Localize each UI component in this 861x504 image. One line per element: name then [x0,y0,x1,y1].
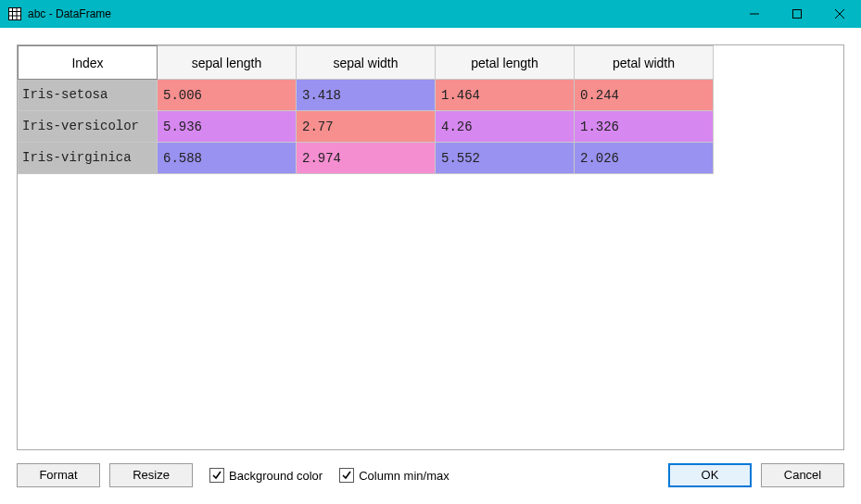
column-header[interactable]: sepal width [297,46,436,80]
background-color-label: Background color [229,469,323,483]
column-header[interactable]: sepal length [158,46,297,80]
index-cell[interactable]: Iris-virginica [19,143,158,174]
checkbox-box [209,468,224,483]
titlebar: abc - DataFrame [0,0,861,28]
column-header[interactable]: petal width [575,46,714,80]
svg-rect-0 [9,8,21,20]
data-cell[interactable]: 3.418 [297,80,436,111]
data-cell[interactable]: 6.588 [158,143,297,174]
checkbox-box [339,468,354,483]
column-minmax-label: Column min/max [359,469,449,483]
ok-button[interactable]: OK [668,463,752,487]
data-cell[interactable]: 2.026 [575,143,714,174]
table-row: Iris-versicolor5.9362.774.261.326 [19,111,714,143]
data-cell[interactable]: 5.552 [436,143,575,174]
minimize-button[interactable] [733,0,776,28]
index-header[interactable]: Index [19,46,158,80]
index-cell[interactable]: Iris-versicolor [19,111,158,143]
table-row: Iris-setosa5.0063.4181.4640.244 [19,80,714,111]
data-table: Index sepal lengthsepal widthpetal lengt… [18,45,714,174]
cancel-button[interactable]: Cancel [761,463,844,487]
data-cell[interactable]: 4.26 [436,111,575,143]
footer-bar: Format Resize Background color Column mi… [17,450,844,487]
dataframe-grid[interactable]: Index sepal lengthsepal widthpetal lengt… [17,44,844,450]
data-cell[interactable]: 5.006 [158,80,297,111]
table-row: Iris-virginica6.5882.9745.5522.026 [19,143,714,174]
column-minmax-checkbox[interactable]: Column min/max [339,468,449,483]
svg-rect-6 [793,10,802,19]
data-cell[interactable]: 2.974 [297,143,436,174]
data-cell[interactable]: 1.326 [575,111,714,143]
data-cell[interactable]: 5.936 [158,111,297,143]
data-cell[interactable]: 2.77 [297,111,436,143]
column-header[interactable]: petal length [436,46,575,80]
maximize-button[interactable] [776,0,818,28]
format-button[interactable]: Format [17,463,100,487]
window-title: abc - DataFrame [28,7,111,20]
app-icon [7,6,22,21]
index-cell[interactable]: Iris-setosa [19,80,158,111]
background-color-checkbox[interactable]: Background color [209,468,323,483]
close-button[interactable] [818,0,861,28]
resize-button[interactable]: Resize [109,463,193,487]
data-cell[interactable]: 0.244 [575,80,714,111]
data-cell[interactable]: 1.464 [436,80,575,111]
